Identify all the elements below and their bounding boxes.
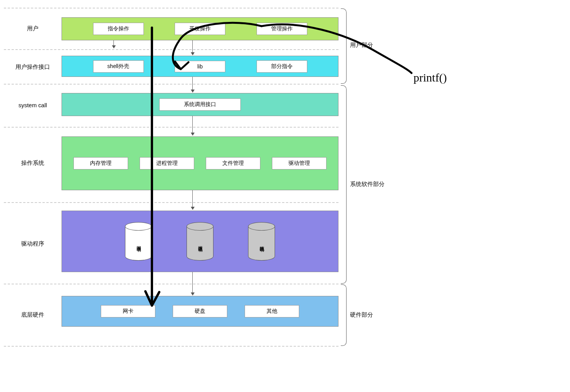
hw-box: 其他 [245,305,299,317]
separator [4,346,338,347]
arrow-down-icon [192,116,193,135]
cylinder-label: 硬盘驱动 [197,243,203,244]
syscall-layer: 系统调用接口 [62,93,338,116]
brace-icon [341,284,347,346]
driver-cylinder: 其他驱动 [248,222,275,261]
layer-label-driver: 驱动程序 [6,240,60,247]
layer-label-user: 用户 [6,25,60,32]
driver-layer: 网卡驱动 硬盘驱动 其他驱动 [62,211,338,272]
iface-box: shell外壳 [93,60,144,73]
layer-label-syscall: system call [6,102,60,108]
user-box: 管理操作 [257,23,307,35]
separator [4,49,338,50]
section-label-user: 用户部分 [350,42,373,49]
layer-label-iface: 用户操作接口 [6,63,60,71]
os-layer: 内存管理 进程管理 文件管理 驱动管理 [62,136,338,190]
driver-cylinder: 硬盘驱动 [187,222,213,261]
separator [4,8,338,8]
os-box: 进程管理 [140,157,194,169]
printf-annotation: printf() [413,71,447,84]
user-box: 开发操作 [175,23,225,35]
driver-cylinder: 网卡驱动 [125,222,152,261]
iface-box: 部分指令 [257,60,307,73]
os-box: 内存管理 [73,157,128,169]
iface-layer: shell外壳 lib 部分指令 [62,56,338,77]
hw-layer: 网卡 硬盘 其他 [62,296,338,327]
user-layer: 指令操作 开发操作 管理操作 [62,17,338,40]
diagram-canvas: 用户 用户操作接口 system call 操作系统 驱动程序 底层硬件 指令操… [0,0,570,392]
layer-label-hw: 底层硬件 [6,311,60,319]
user-box: 指令操作 [93,23,144,35]
cylinder-label: 其他驱动 [258,243,265,244]
arrow-down-icon [192,190,193,209]
arrow-down-icon [192,77,193,92]
hw-box: 网卡 [101,305,155,317]
os-box: 驱动管理 [272,157,327,169]
brace-icon [341,85,347,284]
arrow-down-icon [192,40,193,55]
separator [4,127,338,128]
section-label-hw: 硬件部分 [350,311,373,319]
arrow-down-icon [192,272,193,295]
section-label-sys: 系统软件部分 [350,181,385,188]
separator [4,284,338,284]
arrow-down-icon [113,40,114,48]
iface-box: lib [175,61,225,72]
separator [4,84,338,85]
hw-box: 硬盘 [173,305,227,317]
brace-icon [341,8,347,84]
syscall-box: 系统调用接口 [159,98,241,111]
os-box: 文件管理 [206,157,260,169]
separator [4,202,338,203]
layer-label-os: 操作系统 [6,159,60,167]
cylinder-label: 网卡驱动 [135,243,142,244]
